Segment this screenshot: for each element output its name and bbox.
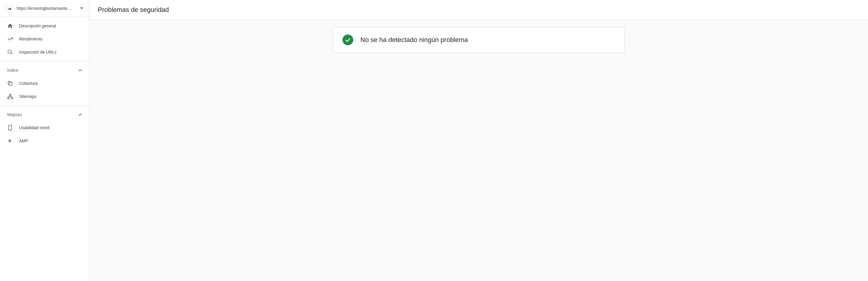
nav-section-header-improvements[interactable]: Mejoras xyxy=(0,108,89,121)
chevron-up-icon xyxy=(79,113,82,116)
success-check-icon xyxy=(342,35,353,45)
smartphone-icon xyxy=(7,125,13,131)
main-content: Problemas de seguridad No se ha detectad… xyxy=(89,0,868,281)
status-card: No se ha detectado ningún problema xyxy=(333,27,625,53)
chevron-up-icon xyxy=(79,69,82,71)
property-url: https://ernestogbustamante.... xyxy=(17,6,76,11)
bolt-icon xyxy=(7,138,13,144)
dropdown-arrow-icon xyxy=(80,7,83,9)
main-header: Problemas de seguridad xyxy=(89,0,868,20)
nav-section-header-index[interactable]: Índice xyxy=(0,64,89,77)
nav-item-mobile-usability[interactable]: Usabilidad móvil xyxy=(0,121,89,134)
nav-section-title: Índice xyxy=(7,68,18,73)
sitemap-icon xyxy=(7,94,13,99)
nav-item-label: Usabilidad móvil xyxy=(19,125,50,130)
property-favicon xyxy=(6,5,13,12)
nav-item-label: Sitemaps xyxy=(19,94,36,99)
main-body: No se ha detectado ningún problema xyxy=(89,20,868,281)
nav-section-improvements: Mejoras Usabilidad móvil AMP xyxy=(0,106,89,150)
property-selector[interactable]: https://ernestogbustamante.... xyxy=(0,0,89,17)
home-icon xyxy=(7,23,13,29)
nav-item-performance[interactable]: Rendimiento xyxy=(0,32,89,45)
search-icon xyxy=(7,49,13,55)
svg-rect-4 xyxy=(8,97,9,99)
nav-item-coverage[interactable]: Cobertura xyxy=(0,77,89,90)
sidebar: https://ernestogbustamante.... Descripci… xyxy=(0,0,89,281)
svg-point-0 xyxy=(8,50,11,54)
nav-item-sitemaps[interactable]: Sitemaps xyxy=(0,90,89,103)
svg-rect-2 xyxy=(9,82,12,85)
nav-item-label: AMP xyxy=(19,138,28,143)
nav-item-url-inspection[interactable]: Inspección de URLs xyxy=(0,45,89,59)
trending-icon xyxy=(7,36,13,42)
status-message: No se ha detectado ningún problema xyxy=(361,36,468,44)
nav-section-main: Descripción general Rendimiento Inspecci… xyxy=(0,17,89,61)
nav-item-overview[interactable]: Descripción general xyxy=(0,19,89,32)
nav-item-label: Cobertura xyxy=(19,81,37,86)
nav-section-index: Índice Cobertura Sitemaps xyxy=(0,61,89,106)
nav-item-label: Rendimiento xyxy=(19,37,42,41)
nav-section-title: Mejoras xyxy=(7,112,22,117)
nav-item-label: Inspección de URLs xyxy=(19,50,56,55)
svg-line-1 xyxy=(11,53,12,55)
page-title: Problemas de seguridad xyxy=(98,6,860,14)
svg-rect-3 xyxy=(9,94,11,96)
copy-icon xyxy=(7,80,13,86)
svg-rect-5 xyxy=(11,97,12,99)
nav-item-amp[interactable]: AMP xyxy=(0,134,89,147)
nav-item-label: Descripción general xyxy=(19,24,56,28)
